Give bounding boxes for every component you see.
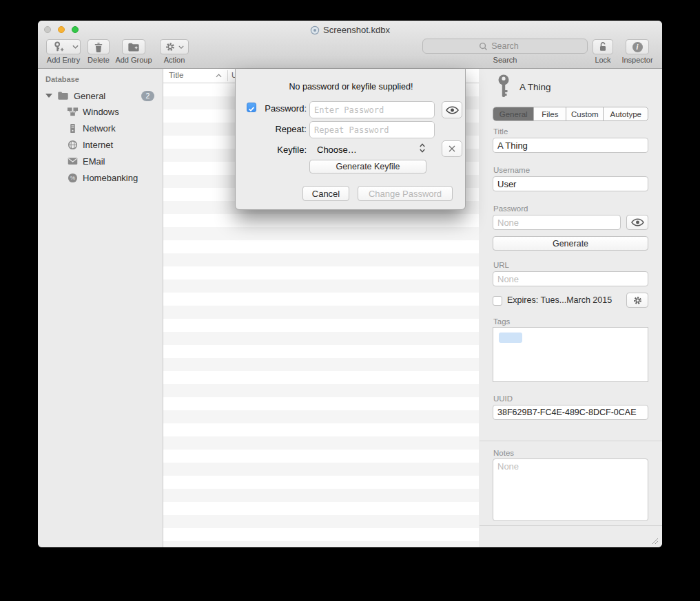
globe-icon: [68, 140, 78, 150]
section-divider: [480, 525, 662, 526]
tab-general[interactable]: General: [493, 107, 534, 120]
chevron-down-icon: [178, 45, 184, 49]
sidebar-item-general[interactable]: General 2: [38, 88, 163, 103]
window-title-row: Screenshot.kdbx: [38, 24, 662, 36]
folder-plus-icon: [127, 42, 140, 52]
action-label: Action: [160, 56, 189, 64]
reveal-password-button[interactable]: [626, 215, 648, 230]
add-group-button[interactable]: [122, 39, 145, 54]
dialog-keyfile-label: Keyfile:: [249, 145, 307, 155]
search-input[interactable]: [422, 39, 588, 54]
gear-icon: [632, 295, 643, 306]
eye-icon: [631, 218, 644, 226]
search-label: Search: [422, 56, 588, 64]
title-field[interactable]: [493, 138, 648, 153]
trash-icon: [93, 41, 104, 53]
delete-label: Delete: [82, 56, 115, 64]
dialog-message: No password or keyfile supplied!: [236, 82, 466, 92]
generate-keyfile-button[interactable]: Generate Keyfile: [309, 160, 426, 173]
unlocked-padlock-icon: [597, 41, 608, 52]
sidebar-item-label: EMail: [83, 156, 105, 167]
uuid-field[interactable]: [493, 405, 648, 420]
tab-custom[interactable]: Custom: [566, 107, 604, 120]
sidebar-item-windows[interactable]: Windows: [38, 104, 163, 119]
server-icon: [68, 123, 78, 134]
window-title: Screenshot.kdbx: [323, 25, 390, 35]
add-entry-dropdown-button[interactable]: [70, 39, 81, 54]
column-divider[interactable]: [227, 70, 228, 81]
clear-keyfile-button[interactable]: [442, 140, 462, 157]
url-field[interactable]: [493, 271, 648, 286]
sidebar-item-email[interactable]: EMail: [38, 154, 163, 169]
percent-circle-icon: %: [68, 173, 78, 183]
close-x-icon: [448, 145, 456, 153]
folder-icon: [57, 91, 69, 101]
title-label: Title: [493, 127, 508, 136]
lock-label: Lock: [584, 56, 621, 64]
dialog-repeat-label: Repeat:: [249, 124, 307, 134]
sidebar-item-label: Network: [83, 123, 116, 134]
uuid-label: UUID: [493, 394, 513, 403]
generate-password-button[interactable]: Generate: [493, 236, 648, 251]
gear-icon: [165, 41, 176, 52]
show-password-button[interactable]: [442, 101, 462, 118]
sort-ascending-icon: [216, 74, 222, 78]
sidebar-item-network[interactable]: Network: [38, 120, 163, 136]
eye-icon: [446, 106, 459, 114]
sidebar-item-label: Internet: [83, 140, 113, 150]
entry-count-badge: 2: [141, 91, 154, 101]
key-plus-icon: [52, 41, 65, 53]
svg-text:%: %: [70, 175, 75, 181]
tags-label: Tags: [493, 317, 510, 326]
key-icon: [496, 74, 511, 101]
sidebar-item-label: Homebanking: [83, 173, 138, 183]
inspector-panel: A Thing General Files Custom Autotype Ti…: [480, 69, 662, 547]
notes-field[interactable]: [493, 458, 648, 521]
change-password-button[interactable]: Change Password: [358, 186, 453, 201]
tags-box[interactable]: [493, 327, 648, 382]
repeat-password-input[interactable]: [309, 121, 435, 138]
popup-stepper-icon[interactable]: [419, 143, 426, 154]
expires-settings-button[interactable]: [626, 293, 648, 308]
sidebar-item-homebanking[interactable]: % Homebanking: [38, 170, 163, 185]
username-field[interactable]: [493, 176, 648, 191]
document-icon: [310, 25, 320, 35]
disclosure-triangle-icon[interactable]: [45, 94, 52, 98]
expires-label: Expires: Tues...March 2015: [507, 295, 612, 305]
delete-button[interactable]: [88, 39, 110, 54]
inspector-label: Inspector: [619, 56, 656, 64]
expires-checkbox[interactable]: [493, 296, 502, 306]
section-divider: [480, 441, 662, 441]
keyfile-popup-button[interactable]: Choose…: [317, 145, 357, 155]
column-header-title[interactable]: Title: [169, 71, 183, 79]
sidebar: Database General 2 Windows Network Inter…: [38, 69, 163, 547]
app-window: Screenshot.kdbx Add Entry Delete Add Gro…: [38, 21, 662, 547]
inspector-button[interactable]: i: [626, 39, 649, 54]
envelope-icon: [68, 157, 78, 165]
enter-password-input[interactable]: [309, 101, 435, 118]
dialog-password-label: Password:: [249, 103, 307, 114]
password-label: Password: [493, 204, 528, 213]
username-label: Username: [493, 166, 530, 174]
resize-grip[interactable]: [652, 538, 659, 545]
add-entry-button[interactable]: [46, 39, 71, 54]
add-group-label: Add Group: [113, 56, 154, 64]
add-entry-label: Add Entry: [43, 56, 83, 64]
tag-pill: [499, 333, 522, 343]
sidebar-item-label: Windows: [83, 107, 119, 117]
cancel-button[interactable]: Cancel: [302, 186, 349, 201]
chevron-down-icon: [72, 45, 79, 49]
url-label: URL: [493, 261, 509, 269]
sidebar-item-internet[interactable]: Internet: [38, 137, 163, 152]
window-chrome: Screenshot.kdbx Add Entry Delete Add Gro…: [38, 21, 662, 69]
sidebar-header: Database: [45, 75, 79, 83]
desktop-background: Screenshot.kdbx Add Entry Delete Add Gro…: [0, 0, 700, 601]
entry-title: A Thing: [519, 82, 551, 92]
tab-autotype[interactable]: Autotype: [604, 107, 648, 120]
tab-files[interactable]: Files: [534, 107, 566, 120]
action-button[interactable]: [160, 39, 189, 54]
password-field[interactable]: [493, 215, 621, 230]
windows-icon: [67, 107, 79, 116]
sidebar-item-label: General: [74, 91, 105, 101]
lock-button[interactable]: [593, 39, 613, 54]
